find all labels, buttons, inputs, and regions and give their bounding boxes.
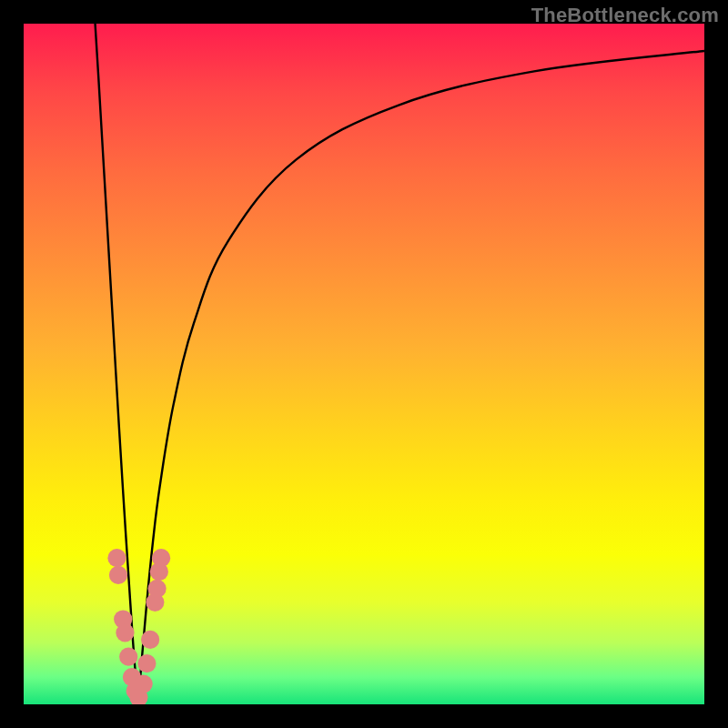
scatter-dot <box>116 623 134 642</box>
scatter-dot <box>109 566 127 584</box>
watermark-text: TheBottleneck.com <box>531 4 719 27</box>
chart-frame: TheBottleneck.com <box>0 0 728 728</box>
scatter-dots <box>107 549 170 704</box>
scatter-dot <box>148 580 167 598</box>
scatter-dot <box>141 631 159 649</box>
plot-area <box>24 24 704 704</box>
scatter-dot <box>137 654 156 672</box>
scatter-dot <box>119 648 137 666</box>
bottleneck-curve-left <box>96 24 138 704</box>
scatter-dot <box>107 549 126 567</box>
curve-layer <box>24 24 704 704</box>
bottleneck-curve-right <box>138 51 704 704</box>
scatter-dot <box>135 674 153 693</box>
scatter-dot <box>152 549 170 567</box>
